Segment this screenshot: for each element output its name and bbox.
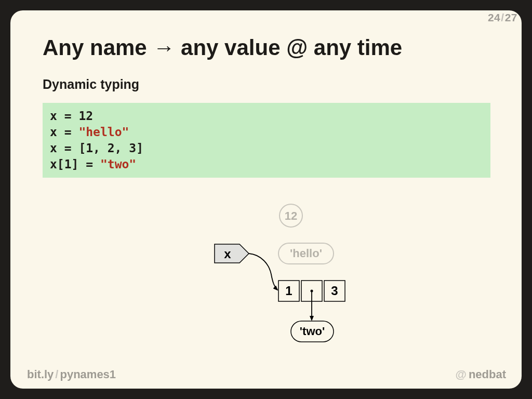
svg-rect-3: [301, 281, 322, 301]
orphan-int: 12: [280, 204, 302, 227]
footer-handle: @nedbat: [455, 368, 506, 381]
svg-rect-4: [324, 281, 345, 301]
name-tag-x: x: [215, 244, 249, 263]
footer-url-path: pynames1: [60, 368, 116, 381]
page-counter: 24/27: [488, 11, 517, 24]
code-line-2-str: "hello": [78, 125, 129, 139]
slide-subtitle: Dynamic typing: [43, 77, 139, 92]
orphan-str-value: 'hello': [290, 247, 322, 260]
code-block: x = 12 x = "hello" x = [1, 2, 3] x[1] = …: [43, 103, 490, 178]
ref-str-two: 'two': [291, 321, 334, 342]
list-cells: 1 3: [278, 281, 345, 301]
slide-title: Any name → any value @ any time: [43, 35, 402, 60]
handle-at: @: [455, 368, 468, 381]
ref-str-two-value: 'two': [300, 325, 325, 338]
svg-point-0: [280, 204, 302, 227]
name-tag-label: x: [224, 247, 231, 261]
code-line-1: x = 12: [50, 109, 93, 123]
orphan-int-value: 12: [285, 209, 297, 222]
orphan-str: 'hello': [278, 243, 334, 264]
list-cell-0: 1: [285, 284, 292, 298]
svg-rect-2: [278, 281, 299, 301]
arrow-x-to-list: [249, 254, 277, 290]
svg-rect-1: [278, 243, 334, 264]
slide: 24/27 Any name → any value @ any time Dy…: [10, 10, 522, 389]
list-cell-2: 3: [331, 284, 338, 298]
list-cell-1-dot: [311, 290, 313, 292]
page-sep: /: [500, 11, 504, 23]
page-current: 24: [488, 11, 500, 23]
code-line-4a: x[1] =: [50, 157, 100, 171]
diagram: x 12 'hello' 1 3 'two': [10, 10, 522, 389]
handle-name: nedbat: [469, 368, 506, 381]
svg-rect-5: [291, 321, 334, 342]
footer-url-host: bit.ly: [27, 368, 54, 381]
footer-link: bit.ly/pynames1: [27, 368, 116, 381]
code-line-3: x = [1, 2, 3]: [50, 141, 143, 155]
page-total: 27: [505, 11, 517, 23]
code-line-2a: x =: [50, 125, 78, 139]
code-line-4-str: "two": [100, 157, 136, 171]
footer-url-sep: /: [54, 368, 60, 381]
